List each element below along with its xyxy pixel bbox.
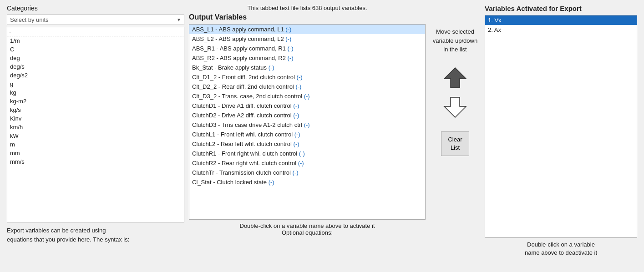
variable-name: ABS_L2 - ABS apply command, L2: [192, 35, 285, 42]
var-items-container: ABS_L1 - ABS apply command, L1 (-)ABS_L2…: [189, 25, 425, 187]
variable-unit: (-): [293, 102, 299, 109]
activated-variables-list: 1. Vx2. Ax: [485, 15, 637, 238]
variable-item[interactable]: ClutchL2 - Rear left whl. clutch control…: [189, 139, 425, 149]
variable-item[interactable]: ClutchR1 - Front right whl. clutch contr…: [189, 149, 425, 158]
category-item[interactable]: deg/s: [7, 62, 184, 71]
svg-marker-0: [444, 68, 466, 88]
variable-name: Cl_Stat - Clutch locked state: [192, 179, 269, 186]
categories-title: Categories: [7, 5, 184, 12]
select-by-units-dropdown[interactable]: Select by units ▼: [7, 15, 184, 25]
variable-name: ABS_R1 - ABS apply command, R1: [192, 45, 288, 52]
variable-item[interactable]: Clt_D3_2 - Trans. case, 2nd clutch contr…: [189, 91, 425, 101]
variable-item[interactable]: ABS_R2 - ABS apply command, R2 (-): [189, 53, 425, 63]
variable-name: Clt_D3_2 - Trans. case, 2nd clutch contr…: [192, 93, 304, 100]
variable-item[interactable]: ABS_L1 - ABS apply command, L1 (-): [189, 25, 425, 34]
variable-name: ABS_L1 - ABS apply command, L1: [192, 26, 285, 33]
variable-unit: (-): [304, 121, 310, 128]
variable-item[interactable]: ABS_L2 - ABS apply command, L2 (-): [189, 34, 425, 44]
variable-unit: (-): [297, 74, 303, 81]
variable-item[interactable]: ClutchL1 - Front left whl. clutch contro…: [189, 130, 425, 139]
top-note: This tabbed text file lists 638 output v…: [189, 5, 426, 11]
variable-name: ClutchD3 - Trns case drive A1-2 clutch c…: [192, 121, 304, 128]
output-variables-list: ABS_L1 - ABS apply command, L1 (-)ABS_L2…: [189, 24, 426, 220]
variable-item[interactable]: Cl_Stat - Clutch locked state (-): [189, 177, 425, 187]
variable-unit: (-): [294, 131, 300, 138]
act-items-container: 1. Vx2. Ax: [485, 15, 637, 35]
category-item[interactable]: kg-m2: [7, 97, 184, 106]
variable-name: ClutchTr - Transmission clutch control: [192, 169, 293, 176]
left-bottom-text: Export variables can be created using eq…: [7, 226, 184, 244]
category-item[interactable]: kg: [7, 88, 184, 97]
category-item[interactable]: m: [7, 140, 184, 149]
variable-name: ABS_R2 - ABS apply command, R2: [192, 55, 288, 61]
clear-list-button[interactable]: Clear List: [441, 131, 469, 156]
activated-item[interactable]: 1. Vx: [485, 15, 637, 25]
variable-unit: (-): [298, 160, 304, 166]
variable-name: ClutchD2 - Drive A2 diff. clutch control: [192, 112, 293, 119]
categories-panel: Categories Select by units ▼ 1/mCdegdeg/…: [7, 5, 184, 267]
variable-item[interactable]: Clt_D1_2 - Front diff. 2nd clutch contro…: [189, 72, 425, 82]
categories-list: 1/mCdegdeg/sdeg/s2gkgkg-m2kg/sKinvkm/hkW…: [7, 27, 184, 222]
variable-unit: (-): [293, 112, 299, 119]
output-variables-panel: This tabbed text file lists 638 output v…: [189, 5, 426, 267]
variable-unit: (-): [293, 169, 299, 176]
variable-name: ClutchR1 - Front right whl. clutch contr…: [192, 150, 299, 157]
variable-item[interactable]: Bk_Stat - Brake apply status (-): [189, 63, 425, 72]
variable-unit: (-): [269, 179, 274, 186]
activated-variables-panel: Variables Activated for Export 1. Vx2. A…: [485, 5, 637, 267]
activated-item[interactable]: 2. Ax: [485, 25, 637, 35]
center-controls: Move selected variable up/down in the li…: [430, 5, 480, 267]
variable-item[interactable]: ABS_R1 - ABS apply command, R1 (-): [189, 44, 425, 53]
category-item[interactable]: deg/s2: [7, 71, 184, 80]
variable-unit: (-): [285, 35, 291, 42]
variable-name: ClutchL1 - Front left whl. clutch contro…: [192, 131, 294, 138]
middle-bottom-text: Double-click on a variable name above to…: [189, 222, 426, 229]
category-item[interactable]: deg: [7, 54, 184, 62]
variable-unit: (-): [294, 141, 299, 147]
variable-item[interactable]: ClutchTr - Transmission clutch control (…: [189, 168, 425, 177]
category-item[interactable]: C: [7, 45, 184, 54]
variable-unit: (-): [285, 26, 291, 33]
categories-items-container: 1/mCdegdeg/sdeg/s2gkgkg-m2kg/sKinvkm/hkW…: [7, 36, 184, 166]
category-item[interactable]: km/h: [7, 123, 184, 131]
move-text: Move selected variable up/down in the li…: [430, 27, 480, 54]
variable-item[interactable]: ClutchD2 - Drive A2 diff. clutch control…: [189, 111, 425, 120]
move-up-button[interactable]: [441, 65, 469, 91]
middle-bottom-text2: Optional equations:: [189, 229, 426, 236]
variable-name: ClutchD1 - Drive A1 diff. clutch control: [192, 102, 293, 109]
category-item[interactable]: g: [7, 80, 184, 88]
svg-marker-1: [444, 97, 466, 117]
variable-item[interactable]: ClutchD1 - Drive A1 diff. clutch control…: [189, 101, 425, 111]
variable-name: ClutchR2 - Rear right whl. clutch contro…: [192, 160, 298, 166]
variable-unit: (-): [269, 64, 274, 71]
output-variables-title: Output Variables: [189, 13, 426, 21]
variable-name: Bk_Stat - Brake apply status: [192, 64, 269, 71]
search-input[interactable]: [9, 28, 165, 35]
category-item[interactable]: mm: [7, 149, 184, 157]
activated-variables-title: Variables Activated for Export: [485, 5, 637, 12]
category-item[interactable]: Kinv: [7, 114, 184, 123]
dropdown-label: Select by units: [10, 16, 49, 23]
variable-unit: (-): [299, 150, 305, 157]
variable-name: Clt_D2_2 - Rear diff. 2nd clutch control: [192, 83, 295, 90]
variable-name: ClutchL2 - Rear left whl. clutch control: [192, 141, 294, 147]
move-down-button[interactable]: [441, 95, 469, 120]
variable-unit: (-): [304, 93, 310, 100]
variable-item[interactable]: Clt_D2_2 - Rear diff. 2nd clutch control…: [189, 82, 425, 91]
right-bottom-text: Double-click on a variable name above to…: [485, 241, 637, 257]
category-item[interactable]: kg/s: [7, 106, 184, 114]
chevron-down-icon: ▼: [177, 17, 181, 22]
category-item[interactable]: 1/m: [7, 36, 184, 45]
search-row: [7, 27, 184, 36]
variable-name: Clt_D1_2 - Front diff. 2nd clutch contro…: [192, 74, 297, 81]
variable-item[interactable]: ClutchD3 - Trns case drive A1-2 clutch c…: [189, 120, 425, 130]
variable-unit: (-): [295, 83, 301, 90]
variable-unit: (-): [288, 45, 294, 52]
category-item[interactable]: kW: [7, 131, 184, 140]
variable-item[interactable]: ClutchR2 - Rear right whl. clutch contro…: [189, 158, 425, 168]
variable-unit: (-): [288, 55, 294, 61]
category-item[interactable]: mm/s: [7, 157, 184, 166]
